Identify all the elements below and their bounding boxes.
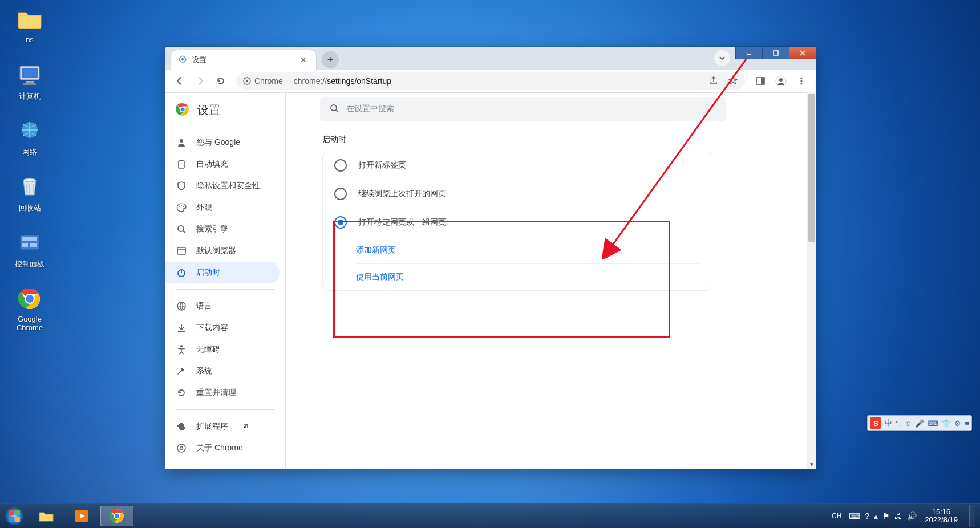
svg-point-42 [5, 507, 23, 525]
profile-button[interactable] [771, 71, 791, 91]
bookmark-star-icon[interactable] [728, 75, 738, 87]
ime-user-icon[interactable]: 👕 [942, 419, 951, 428]
svg-point-33 [178, 226, 184, 231]
svg-rect-2 [26, 81, 34, 83]
show-desktop-button[interactable] [969, 505, 975, 527]
svg-rect-43 [9, 510, 14, 515]
start-button[interactable] [0, 504, 29, 528]
desktop-icon-recycle[interactable]: 回收站 [7, 173, 52, 213]
back-button[interactable] [170, 71, 189, 91]
nav-appearance[interactable]: 外观 [165, 197, 280, 218]
svg-point-32 [183, 206, 184, 207]
nav-you-and-google[interactable]: 您与 Google [165, 132, 280, 153]
ime-keyboard-icon[interactable]: ⌨ [928, 419, 938, 428]
nav-on-startup[interactable]: 启动时 [165, 262, 280, 283]
nav-system[interactable]: 系统 [165, 360, 280, 382]
desktop-icon-folder[interactable]: ns [7, 6, 52, 44]
download-icon [176, 323, 187, 333]
chrome-window: 设置 ✕ + Chrome [165, 47, 816, 469]
svg-rect-8 [22, 243, 28, 247]
option-specific-pages[interactable]: 打开特定网页或一组网页 [323, 208, 711, 237]
ime-emoji-icon[interactable]: ☺ [904, 419, 912, 428]
new-tab-button[interactable]: + [322, 51, 339, 68]
taskbar-item-media-player[interactable] [65, 506, 98, 526]
nav-extensions[interactable]: 扩展程序 [165, 416, 280, 437]
tray-volume-icon[interactable]: 🔊 [907, 511, 917, 521]
taskbar-item-chrome[interactable] [100, 506, 133, 526]
option-new-tab[interactable]: 打开新标签页 [323, 151, 711, 180]
window-close-button[interactable] [789, 47, 816, 59]
radio-unselected-icon[interactable] [334, 159, 347, 172]
scrollbar-thumb[interactable] [808, 94, 815, 242]
nav-about-chrome[interactable]: 关于 Chrome [165, 437, 280, 459]
ime-lang[interactable]: 中 [885, 418, 892, 428]
tab-title: 设置 [192, 55, 206, 65]
power-icon [176, 267, 187, 278]
desktop-icon-label: 回收站 [7, 203, 52, 213]
window-maximize-button[interactable] [762, 47, 789, 59]
settings-search-input[interactable]: 在设置中搜索 [320, 97, 726, 121]
svg-rect-13 [747, 54, 751, 55]
svg-point-37 [180, 345, 183, 347]
side-panel-button[interactable] [751, 71, 770, 91]
window-minimize-button[interactable] [735, 47, 762, 59]
tray-help-icon[interactable]: ? [865, 511, 869, 521]
desktop-icon-chrome[interactable]: Google Chrome [7, 285, 52, 332]
desktop-icon-network[interactable]: 网络 [7, 117, 52, 157]
radio-selected-icon[interactable] [334, 216, 347, 229]
tab-search-button[interactable] [714, 50, 730, 66]
link-add-new-page[interactable]: 添加新网页 [356, 237, 699, 263]
palette-icon [176, 202, 187, 213]
nav-default-browser[interactable]: 默认浏览器 [165, 240, 280, 262]
computer-icon [16, 62, 43, 89]
nav-privacy[interactable]: 隐私设置和安全性 [165, 175, 280, 197]
tray-ime-icon[interactable]: ⌨ [849, 511, 860, 521]
scrollbar[interactable]: ▲ ▼ [807, 92, 816, 469]
desktop: ns 计算机 网络 回收站 控制面板 Google Chrome [0, 0, 980, 528]
menu-button[interactable] [792, 71, 811, 91]
desktop-icon-label: 网络 [7, 147, 52, 157]
radio-unselected-icon[interactable] [334, 188, 347, 200]
svg-point-22 [800, 77, 802, 79]
address-bar[interactable]: Chrome chrome://settings/onStartup [236, 72, 745, 90]
ime-language-bar[interactable]: S 中 °, ☺ 🎤 ⌨ 👕 ⚙ ≡ [867, 415, 972, 431]
globe-icon [176, 301, 187, 311]
site-info-chip[interactable]: Chrome [243, 76, 289, 86]
desktop-icon-control-panel[interactable]: 控制面板 [7, 229, 52, 269]
svg-rect-6 [20, 235, 39, 250]
desktop-icon-computer[interactable]: 计算机 [7, 62, 52, 101]
tray-up-icon[interactable]: ▴ [874, 511, 878, 521]
tray-lang[interactable]: CH [829, 511, 844, 521]
nav-reset[interactable]: 重置并清理 [165, 382, 280, 404]
svg-point-31 [181, 205, 182, 206]
tray-flag-icon[interactable]: ⚑ [882, 511, 890, 521]
svg-point-27 [180, 139, 183, 143]
ime-settings-icon[interactable]: ⚙ [954, 419, 961, 428]
svg-rect-28 [179, 161, 184, 168]
tray-clock[interactable]: 15:16 2022/8/19 [920, 508, 962, 525]
nav-downloads[interactable]: 下载内容 [165, 317, 280, 339]
ime-punct-icon[interactable]: °, [896, 419, 901, 428]
media-player-icon [74, 509, 89, 523]
svg-rect-3 [23, 83, 36, 85]
ime-mic-icon[interactable]: 🎤 [915, 419, 924, 428]
share-icon[interactable] [708, 75, 719, 87]
forward-button[interactable] [191, 71, 210, 91]
reload-button[interactable] [211, 71, 230, 91]
search-placeholder: 在设置中搜索 [346, 104, 394, 114]
svg-point-39 [180, 447, 183, 450]
ime-menu-icon[interactable]: ≡ [965, 419, 969, 428]
nav-search-engine[interactable]: 搜索引擎 [165, 218, 280, 240]
tray-network-icon[interactable]: 🖧 [894, 511, 902, 521]
option-continue[interactable]: 继续浏览上次打开的网页 [323, 180, 711, 208]
nav-language[interactable]: 语言 [165, 295, 280, 317]
taskbar-item-explorer[interactable] [30, 506, 63, 526]
accessibility-icon [176, 344, 187, 355]
link-use-current-pages[interactable]: 使用当前网页 [356, 263, 699, 290]
svg-rect-7 [22, 237, 37, 241]
folder-icon [16, 6, 43, 33]
tab-close-button[interactable]: ✕ [298, 53, 309, 67]
nav-accessibility[interactable]: 无障碍 [165, 339, 280, 360]
nav-autofill[interactable]: 自动填充 [165, 153, 280, 175]
browser-tab-settings[interactable]: 设置 ✕ [171, 50, 316, 70]
